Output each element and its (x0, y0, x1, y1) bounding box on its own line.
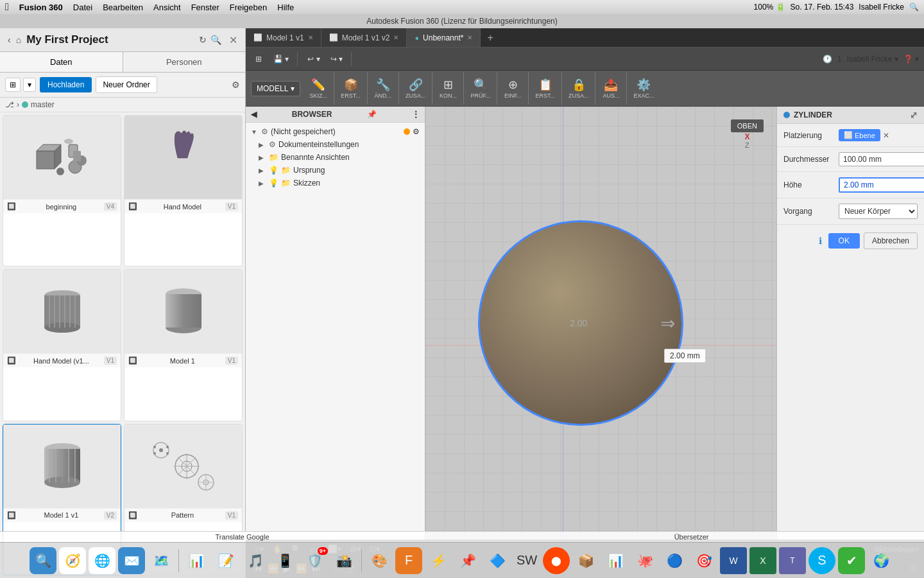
dock-excel[interactable]: X (749, 547, 776, 574)
search-icon[interactable]: 🔍 (909, 3, 919, 12)
tree-expand-docs[interactable]: ▶ (259, 141, 266, 148)
tab-model1v1v2[interactable]: ⬜ Model 1 v1 v2 ✕ (321, 28, 407, 47)
tab-unbenannt[interactable]: ● Unbenannt* ✕ (407, 28, 481, 47)
zylinder-expand-icon[interactable]: ⤢ (910, 110, 918, 120)
lt-btn-einf[interactable]: ⊕ EINF... (501, 76, 524, 100)
lt-btn-zusa[interactable]: 🔗 ZUSA... (403, 76, 429, 100)
lt-btn-aus[interactable]: 📤 AUS... (599, 76, 622, 100)
lt-btn-exac[interactable]: ⚙️ EXAC... (631, 76, 656, 100)
axis-top-button[interactable]: OBEN (731, 119, 764, 132)
menu-fenster[interactable]: Fenster (191, 3, 219, 12)
tree-settings-icon[interactable]: ⚙ (413, 127, 420, 136)
browser-pin-icon[interactable]: 📌 (367, 110, 377, 119)
user-dropdown[interactable]: Isabell Fricke ▾ (847, 55, 898, 64)
dock-draw[interactable]: 🎨 (366, 547, 393, 574)
settings-icon[interactable]: ⚙ (232, 80, 240, 90)
dock-word[interactable]: W (720, 547, 747, 574)
dock-notes[interactable]: 📝 (212, 547, 239, 574)
app-name[interactable]: Fusion 360 (19, 3, 63, 12)
help-icon[interactable]: ❓ ▾ (903, 55, 919, 64)
redo-btn[interactable]: ↪ ▾ (326, 52, 347, 66)
upload-button[interactable]: Hochladen (40, 77, 92, 92)
browser-collapse-arrow[interactable]: ◀ (251, 110, 257, 119)
dock-photos[interactable]: 📸 (330, 547, 357, 574)
dock-maps[interactable]: 🗺️ (148, 547, 175, 574)
lt-btn-erst2[interactable]: 📋 ERST... (533, 76, 558, 100)
dock-safari2[interactable]: 🌍 (868, 547, 894, 574)
tree-item-root[interactable]: ▼ ⚙ (Nicht gespeichert) ⚙ (246, 125, 425, 138)
info-icon[interactable]: ℹ (819, 236, 822, 246)
dropdown-button[interactable]: ▾ (23, 78, 36, 92)
panel-search-icon[interactable]: 🔍 (210, 35, 221, 45)
tree-expand-origin[interactable]: ▶ (259, 167, 266, 174)
durchmesser-input[interactable] (839, 152, 924, 166)
apple-menu[interactable]:  (5, 1, 9, 13)
menu-datei[interactable]: Datei (73, 3, 92, 12)
tab-add-button[interactable]: + (481, 32, 499, 44)
tab-close-3[interactable]: ✕ (467, 34, 472, 41)
dock-finder[interactable]: 🔍 (30, 547, 56, 574)
tree-item-docs[interactable]: ▶ ⚙ Dokumenteinstellungen (246, 138, 425, 151)
hoehe-input[interactable] (839, 177, 924, 193)
tree-item-skizzen[interactable]: ▶ 💡 📁 Skizzen (246, 177, 425, 189)
project-item-hand-model[interactable]: 🔲 Hand Model V1 (124, 115, 243, 267)
tree-item-views[interactable]: ▶ 📁 Benannte Ansichten (246, 151, 425, 164)
dock-chrome[interactable]: 🌐 (89, 547, 116, 574)
dock-gh[interactable]: 🐙 (631, 547, 658, 574)
dock-dropbox[interactable]: 📦 (572, 547, 599, 574)
new-folder-button[interactable]: Neuer Ordner (96, 76, 157, 93)
model-dropdown[interactable]: MODELL ▾ (251, 81, 300, 96)
dock-diamond[interactable]: 🔷 (484, 547, 511, 574)
dock-app3[interactable]: 🔵 (661, 547, 688, 574)
ebene-button[interactable]: ⬜ Ebene (839, 129, 880, 141)
tree-expand-views[interactable]: ▶ (259, 154, 266, 161)
dock-app2[interactable]: ⚡ (425, 547, 452, 574)
dock-xcode[interactable]: 🎯 (690, 547, 717, 574)
grid-view-button[interactable]: ⊞ (5, 78, 21, 92)
lt-btn-prue[interactable]: 🔍 PRÜF... (468, 76, 493, 100)
lt-btn-skiz[interactable]: ✏️ SKIZ... (307, 76, 330, 100)
undo-btn[interactable]: ↩ ▾ (303, 52, 324, 66)
menu-bearbeiten[interactable]: Bearbeiten (103, 3, 143, 12)
lt-btn-and[interactable]: 🔧 ÄND... (372, 76, 395, 100)
dock-sw[interactable]: SW (513, 547, 540, 574)
tab-model1v1[interactable]: ⬜ Model 1 v1 ✕ (246, 28, 321, 47)
home-icon[interactable]: ⌂ (16, 35, 21, 45)
menu-hilfe[interactable]: Hilfe (277, 3, 294, 12)
tab-personen[interactable]: Personen (123, 52, 246, 72)
menu-freigeben[interactable]: Freigeben (230, 3, 268, 12)
tree-item-origin[interactable]: ▶ 💡 📁 Ursprung (246, 164, 425, 177)
cancel-button[interactable]: Abbrechen (864, 232, 918, 249)
lt-btn-erst[interactable]: 📦 ERST... (338, 76, 363, 100)
save-btn[interactable]: 💾 ▾ (269, 52, 293, 66)
dock-numbers[interactable]: 📊 (183, 547, 210, 574)
dock-fusion[interactable]: F (395, 547, 422, 574)
tab-daten[interactable]: Daten (0, 52, 123, 72)
project-item-model1[interactable]: 🔲 Model 1 V1 (124, 269, 243, 421)
browser-more-icon[interactable]: ⋮ (412, 110, 420, 119)
dock-iphone[interactable]: 📱 (271, 547, 298, 574)
panel-close-button[interactable]: ✕ (229, 34, 237, 46)
vorgang-select[interactable]: Neuer Körper (839, 204, 918, 219)
dock-git[interactable]: ⬤ (543, 547, 570, 574)
project-item-hand-model-v1[interactable]: 🔲 Hand Model (v1... V1 (3, 269, 121, 421)
dock-teams[interactable]: T (779, 547, 806, 574)
tree-expand-skizzen[interactable]: ▶ (259, 180, 266, 187)
dock-skype[interactable]: S (809, 547, 835, 574)
ok-button[interactable]: OK (828, 233, 860, 249)
dock-pptx[interactable]: 📊 (602, 547, 629, 574)
dock-green[interactable]: ✔ (838, 547, 865, 574)
tab-close-2[interactable]: ✕ (393, 34, 398, 41)
grid-view-toolbar-btn[interactable]: ⊞ (251, 52, 266, 66)
project-item-beginning[interactable]: 🔲 beginning V4 (3, 115, 121, 267)
dock-security[interactable]: 🛡️9+ (301, 547, 328, 574)
menu-ansicht[interactable]: Ansicht (153, 3, 181, 12)
refresh-icon[interactable]: ↻ (199, 35, 207, 45)
dock-mail[interactable]: ✉️ (118, 547, 145, 574)
placement-clear-button[interactable]: ✕ (883, 131, 889, 140)
dock-music[interactable]: 🎵 (242, 547, 269, 574)
tree-expand-root[interactable]: ▼ (251, 128, 259, 136)
tab-close-1[interactable]: ✕ (308, 34, 313, 41)
dock-safari[interactable]: 🧭 (59, 547, 86, 574)
dock-pin[interactable]: 📌 (454, 547, 481, 574)
